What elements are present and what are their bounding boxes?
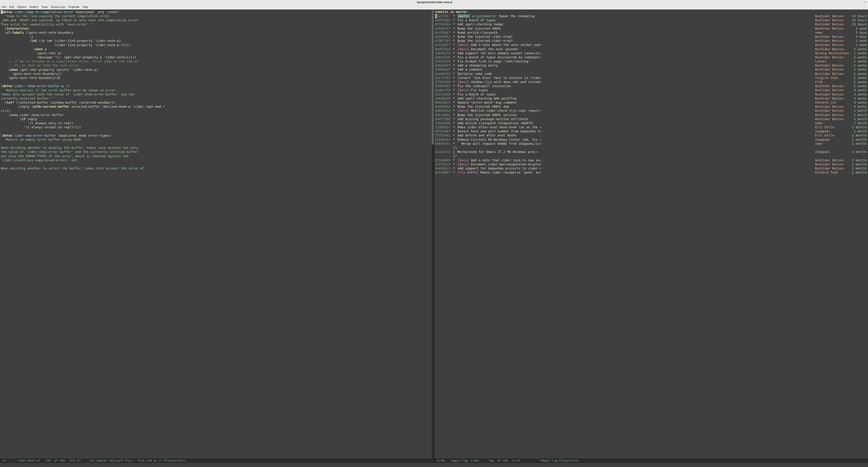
- commits-list[interactable]: 8ca7f96*master origin/master Tweak the c…: [434, 14, 868, 459]
- menubar: FileEditOptionsBuffersToolsEmacs-LispPro…: [0, 4, 868, 9]
- commit-row[interactable]: e7387f07*Bump the injected cider-nreplBo…: [434, 39, 868, 43]
- titlebar: ~/projects/cider/cider-eval.el ×: [0, 0, 868, 4]
- commit-row[interactable]: 7d2ed59b*Add enrich-classpath integratio…: [434, 121, 868, 125]
- commit-row[interactable]: bf8f53bc*Fix a bunch of typosBozhidar Ba…: [434, 18, 868, 22]
- commit-row[interactable]: e2e04242*Optimize some codeBozhidar Bats…: [434, 72, 868, 76]
- left-pane: (defun cider-jump-to-compilation-error (…: [0, 9, 434, 463]
- commit-row[interactable]: 4c516dff*[Docs] Add a note about the uni…: [434, 43, 868, 47]
- commit-row[interactable]: ecad7a7e| *Workaround for Emacs 27.2 MS-…: [434, 150, 868, 154]
- commit-row[interactable]: e52f78c5*[Docs] Document cider-macroexpa…: [434, 162, 868, 166]
- commit-row[interactable]: 93eb04ba*Bump the injected nREPL depBozh…: [434, 105, 868, 109]
- commit-row[interactable]: 3168f937*Fix the codespell invocationBoz…: [434, 84, 868, 88]
- commit-row[interactable]: bcc5936f*Bump enrich-classpathvemv5 days: [434, 31, 868, 35]
- menu-options[interactable]: Options: [17, 5, 26, 8]
- menu-help[interactable]: Help: [83, 5, 88, 8]
- commit-row[interactable]: a635e852*Bump the injected cider-nreplBo…: [434, 35, 868, 39]
- minibuffer[interactable]: [0, 463, 868, 467]
- commit-row[interactable]: 75755b42*Add before and after eval hooks…: [434, 133, 868, 137]
- menu-buffers[interactable]: Buffers: [30, 5, 38, 8]
- commit-row[interactable]: 4ba36bcc*Add support for babashka projec…: [434, 166, 868, 170]
- commit-row[interactable]: 604105c5*Update *print-meta* bug comment…: [434, 100, 868, 105]
- right-pane: Commits in master 8ca7f96*master origin/…: [434, 9, 868, 463]
- commit-row[interactable]: 474e2479*Fix broken link in page 'contri…: [434, 59, 868, 63]
- commit-row[interactable]: ab910c8c* Merge pull request #3082 from …: [434, 142, 868, 146]
- modeline-right: U:%%- magit-log: cider Top of 13k (1,0) …: [434, 459, 868, 463]
- code-buffer[interactable]: (defun cider-jump-to-compilation-error (…: [0, 9, 434, 459]
- modeline-left: U:--- cider-eval.el 23% of 63k (375,0) G…: [0, 459, 434, 463]
- menu-file[interactable]: File: [2, 5, 6, 8]
- commit-row[interactable]: 7228402c*Make cider-after-eval-done-hook…: [434, 125, 868, 129]
- commit-row[interactable]: 823d4d04*[Docs] Add a note that cider-ja…: [434, 158, 868, 162]
- commit-row[interactable]: 1f763f86*[Docs] shadow-cljs with deps.ed…: [434, 80, 868, 84]
- commit-row[interactable]: 3c5f1d46*Fix a bunch of typosBozhidar Ba…: [434, 92, 868, 96]
- commit-row[interactable]: 8edbf81d*[Docs] Document the eval spinne…: [434, 47, 868, 51]
- commit-row[interactable]: 10b9b19b*Add spell-checking GHA workflow…: [434, 96, 868, 100]
- commit-row[interactable]: b160616a*Remove CircleCI MS-Windows-lint…: [434, 138, 868, 142]
- commit-row[interactable]: |/: [434, 154, 868, 158]
- close-icon[interactable]: ×: [865, 1, 866, 4]
- menu-emacs-lisp[interactable]: Emacs-Lisp: [51, 5, 65, 8]
- commit-row[interactable]: a88c97a6*Fix a bunch of typos discovered…: [434, 55, 868, 59]
- commit-row[interactable]: 1aba0175*Add support for Unix domain soc…: [434, 51, 868, 55]
- commit-row[interactable]: 2bcf5763*Convert "See Also" text to butt…: [434, 76, 868, 80]
- commit-row[interactable]: 370da4ef*Add a commentBozhidar Batsov2 w…: [434, 67, 868, 71]
- commit-row[interactable]: 83b7e84c*Bump the injected nREPL version…: [434, 113, 868, 117]
- commit-row[interactable]: 94aff280*Add missing package-version att…: [434, 117, 868, 121]
- menu-edit[interactable]: Edit: [9, 5, 14, 8]
- commit-row[interactable]: |\: [434, 146, 868, 150]
- commit-row[interactable]: 8ca7f96*master origin/master Tweak the c…: [434, 14, 868, 18]
- scrollbar-left[interactable]: [432, 9, 434, 459]
- commit-row[interactable]: 82741dba*Add spell-checking badgeBozhida…: [434, 22, 868, 26]
- commit-row[interactable]: 41abc47d*[Docs] Fix typosBozhidar Batsov…: [434, 88, 868, 92]
- commit-row[interactable]: a95bbf07*Bump the injected nREPLBozhidar…: [434, 27, 868, 31]
- magit-section-header: Commits in master: [434, 9, 868, 14]
- commit-row[interactable]: 6a176867*[Fix #3074] Makes cider recogni…: [434, 170, 868, 174]
- menu-tools[interactable]: Tools: [41, 5, 48, 8]
- menu-projectile[interactable]: Projectile: [68, 5, 79, 8]
- commit-row[interactable]: 9d4c46f9*Add a changelog entryBozhidar B…: [434, 63, 868, 67]
- commit-row[interactable]: a30d2e5e*[Docs] Mention cider-check-cljs…: [434, 109, 868, 113]
- commit-row[interactable]: d97dfa07*Detect host and port number fro…: [434, 129, 868, 133]
- window-title: ~/projects/cider/cider-eval.el: [416, 1, 452, 4]
